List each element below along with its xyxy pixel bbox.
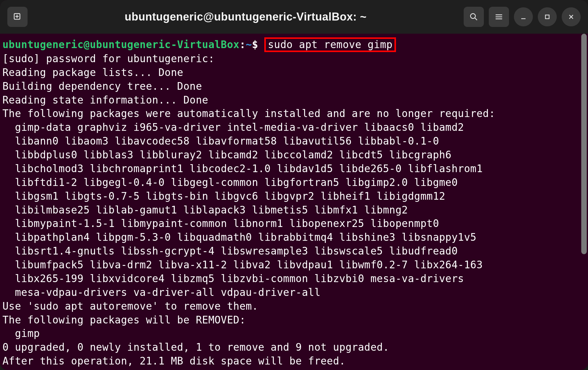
- output-line: mesa-vdpau-drivers va-driver-all vdpau-d…: [2, 286, 321, 298]
- prompt-dollar: $: [252, 39, 258, 51]
- close-button[interactable]: [562, 7, 581, 26]
- svg-rect-9: [545, 15, 549, 19]
- output-line: libgsm1 libgts-0.7-5 libgts-bin libgvc6 …: [2, 190, 445, 202]
- window-title: ubuntugeneric@ubuntugeneric-VirtualBox: …: [32, 10, 459, 23]
- prompt-user-host: ubuntugeneric@ubuntugeneric-VirtualBox: [2, 39, 239, 51]
- maximize-button[interactable]: [538, 7, 557, 26]
- search-button[interactable]: [464, 7, 484, 27]
- output-line: Reading state information... Done: [2, 94, 208, 106]
- output-line: gimp-data graphviz i965-va-driver intel-…: [2, 121, 464, 133]
- command-highlighted: sudo apt remove gimp: [264, 37, 396, 52]
- output-line: The following packages were automaticall…: [2, 108, 495, 119]
- new-tab-button[interactable]: [7, 7, 28, 27]
- output-line: Building dependency tree... Done: [2, 80, 202, 92]
- output-line: Use 'sudo apt autoremove' to remove them…: [2, 300, 258, 312]
- titlebar-controls: [464, 7, 581, 27]
- minimize-button[interactable]: [514, 7, 533, 26]
- terminal-window: ubuntugeneric@ubuntugeneric-VirtualBox: …: [0, 0, 588, 370]
- output-line: libx265-199 libxvidcore4 libzmq5 libzvbi…: [2, 273, 464, 285]
- new-tab-icon: [13, 12, 22, 22]
- output-line: libumfpack5 libva-drm2 libva-x11-2 libva…: [2, 259, 483, 271]
- output-line: libsrt1.4-gnutls libssh-gcrypt-4 libswre…: [2, 245, 458, 257]
- output-line: libbdplus0 libblas3 libbluray2 libcamd2 …: [2, 149, 452, 161]
- search-icon: [469, 12, 479, 22]
- output-line: libpathplan4 libpgm-5.3-0 libquadmath0 l…: [2, 231, 477, 243]
- scrollbar-thumb[interactable]: [581, 34, 587, 254]
- svg-line-4: [475, 18, 477, 20]
- output-line: libftdi1-2 libgegl-0.4-0 libgegl-common …: [2, 176, 458, 188]
- terminal-content[interactable]: ubuntugeneric@ubuntugeneric-VirtualBox:~…: [0, 34, 588, 370]
- menu-button[interactable]: [489, 7, 509, 27]
- output-line: libmypaint-1.5-1 libmypaint-common libno…: [2, 217, 439, 229]
- output-line: gimp: [2, 327, 40, 339]
- maximize-icon: [544, 13, 551, 21]
- output-line: libilmbase25 liblab-gamut1 liblapack3 li…: [2, 204, 408, 216]
- prompt-colon: :: [239, 39, 246, 51]
- output-line: libcholmod3 libchromaprint1 libcodec2-1.…: [2, 163, 483, 175]
- hamburger-icon: [494, 12, 504, 22]
- output-line: After this operation, 21.1 MB disk space…: [2, 355, 345, 367]
- output-line: [sudo] password for ubuntugeneric:: [2, 53, 215, 65]
- output-line: Reading package lists... Done: [2, 66, 183, 78]
- titlebar: ubuntugeneric@ubuntugeneric-VirtualBox: …: [0, 0, 588, 34]
- output-line: libann0 libaom3 libavcodec58 libavformat…: [2, 135, 439, 147]
- close-icon: [567, 13, 575, 21]
- output-line: The following packages will be REMOVED:: [2, 314, 246, 326]
- svg-point-3: [470, 13, 475, 18]
- prompt-path: ~: [246, 39, 252, 51]
- output-line: 0 upgraded, 0 newly installed, 1 to remo…: [2, 341, 389, 353]
- minimize-icon: [520, 13, 527, 21]
